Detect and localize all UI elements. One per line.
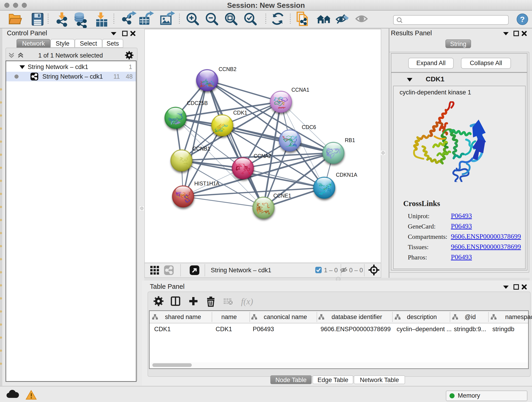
svg-text:CCNA2: CCNA2 bbox=[254, 153, 272, 159]
svg-text:CCNB2: CCNB2 bbox=[219, 66, 236, 72]
svg-text:CCNA1: CCNA1 bbox=[291, 87, 309, 93]
svg-text:String Network – cdk1: String Network – cdk1 bbox=[211, 267, 271, 274]
svg-text:CCNB1: CCNB1 bbox=[192, 146, 210, 152]
svg-text:f(x): f(x) bbox=[241, 297, 253, 306]
svg-text:RB1: RB1 bbox=[345, 137, 355, 143]
svg-text:1 of 1 Network selected: 1 of 1 Network selected bbox=[38, 52, 103, 59]
svg-text:?: ? bbox=[520, 15, 525, 24]
svg-text:HIST1H1A: HIST1H1A bbox=[194, 181, 220, 186]
svg-text:CDC25B: CDC25B bbox=[187, 100, 208, 106]
svg-text:0 – 0: 0 – 0 bbox=[349, 267, 363, 274]
svg-text:1 – 0: 1 – 0 bbox=[324, 267, 338, 274]
svg-text:CDKN1A: CDKN1A bbox=[336, 172, 357, 178]
svg-text:CDC6: CDC6 bbox=[302, 124, 316, 130]
svg-text:CCNE1: CCNE1 bbox=[273, 193, 291, 199]
svg-text:CDK1: CDK1 bbox=[233, 110, 247, 116]
